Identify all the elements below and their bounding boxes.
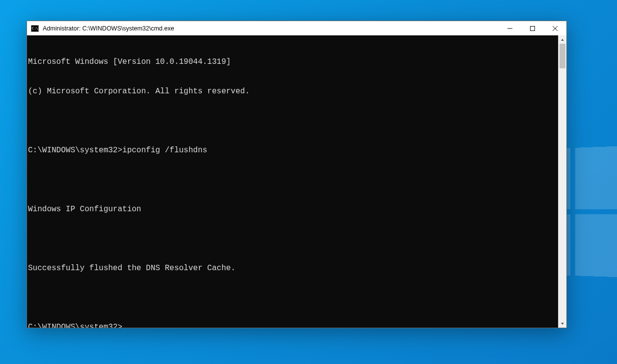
terminal-line	[28, 175, 557, 185]
terminal-line: Windows IP Configuration	[28, 204, 557, 214]
close-button[interactable]	[544, 21, 566, 35]
terminal-prompt-line: C:\WINDOWS\system32>	[28, 322, 557, 328]
svg-text:C:\: C:\	[32, 27, 38, 30]
terminal-line	[28, 116, 557, 126]
cmd-icon: C:\	[31, 25, 39, 32]
minimize-button[interactable]	[499, 21, 521, 35]
maximize-button[interactable]	[521, 21, 544, 35]
window-title: Administrator: C:\WINDOWS\system32\cmd.e…	[43, 25, 499, 32]
vertical-scrollbar[interactable]	[558, 35, 566, 328]
terminal-line: Microsoft Windows [Version 10.0.19044.13…	[28, 57, 557, 67]
window-controls	[499, 21, 566, 35]
terminal-prompt: C:\WINDOWS\system32>	[28, 323, 122, 328]
client-area: Microsoft Windows [Version 10.0.19044.13…	[27, 35, 566, 328]
scroll-thumb[interactable]	[560, 44, 565, 68]
scroll-down-button[interactable]	[559, 319, 566, 328]
terminal-line: Successfully flushed the DNS Resolver Ca…	[28, 263, 557, 273]
svg-rect-2	[531, 26, 535, 30]
terminal-output[interactable]: Microsoft Windows [Version 10.0.19044.13…	[27, 35, 558, 328]
terminal-line	[28, 293, 557, 303]
scroll-track[interactable]	[559, 44, 566, 319]
terminal-line	[28, 234, 557, 244]
titlebar[interactable]: C:\ Administrator: C:\WINDOWS\system32\c…	[27, 21, 566, 35]
terminal-line: (c) Microsoft Corporation. All rights re…	[28, 86, 557, 96]
cmd-window: C:\ Administrator: C:\WINDOWS\system32\c…	[27, 21, 567, 328]
scroll-up-button[interactable]	[559, 35, 566, 44]
terminal-line: C:\WINDOWS\system32>ipconfig /flushdns	[28, 145, 557, 155]
